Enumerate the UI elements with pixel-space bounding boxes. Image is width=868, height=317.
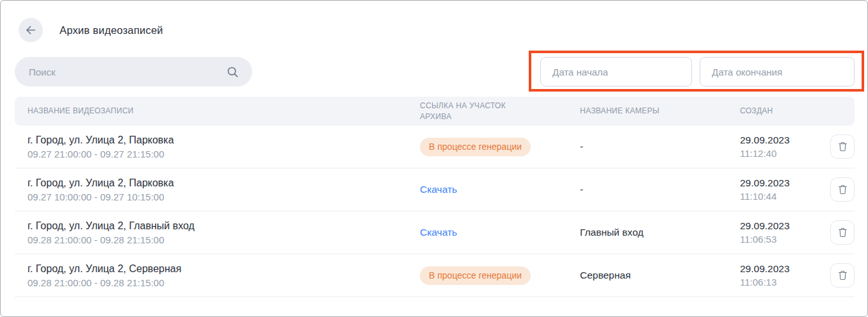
created-date: 29.09.2023: [740, 263, 819, 275]
recording-name-cell: г. Город, ул. Улица 2, Серверная 09.28 2…: [28, 263, 420, 288]
recording-period: 09.27 10:00:00 - 09.27 10:15:00: [28, 191, 420, 202]
trash-icon: [837, 227, 848, 238]
delete-button[interactable]: [830, 177, 855, 202]
delete-button[interactable]: [830, 263, 855, 288]
recording-name-cell: г. Город, ул. Улица 2, Главный вход 09.2…: [28, 220, 420, 245]
recording-period: 09.28 21:00:00 - 09.28 21:15:00: [28, 277, 420, 288]
table-row: г. Город, ул. Улица 2, Парковка 09.27 21…: [15, 126, 855, 168]
actions-cell: [819, 177, 855, 202]
back-button[interactable]: [19, 18, 43, 42]
archive-link-cell: В процессе генерации: [420, 138, 580, 156]
page-title: Архив видеозаписей: [60, 24, 163, 37]
date-end-input[interactable]: [700, 57, 855, 86]
camera-name: -: [580, 141, 740, 152]
trash-icon: [837, 141, 848, 152]
download-link[interactable]: Скачать: [420, 227, 457, 238]
trash-icon: [837, 184, 848, 195]
created-time: 11:06:13: [740, 277, 819, 288]
column-header-camera: НАЗВАНИЕ КАМЕРЫ: [580, 106, 740, 116]
search-field: [15, 57, 252, 86]
column-header-name: НАЗВАНИЕ ВИДЕОЗАПИСИ: [28, 106, 420, 116]
camera-name: Серверная: [580, 270, 740, 281]
column-header-link: ССЫЛКА НА УЧАСТОК АРХИВА: [420, 101, 535, 121]
table-row: г. Город, ул. Улица 2, Главный вход 09.2…: [15, 211, 855, 254]
generation-status-badge: В процессе генерации: [420, 138, 531, 156]
recording-name-cell: г. Город, ул. Улица 2, Парковка 09.27 10…: [28, 177, 420, 202]
back-arrow-icon: [24, 23, 38, 37]
archive-link-cell: В процессе генерации: [420, 266, 580, 285]
table-body: г. Город, ул. Улица 2, Парковка 09.27 21…: [15, 126, 855, 297]
created-time: 11:06:53: [740, 234, 819, 245]
table-header-row: НАЗВАНИЕ ВИДЕОЗАПИСИ ССЫЛКА НА УЧАСТОК А…: [15, 97, 855, 126]
recordings-table: НАЗВАНИЕ ВИДЕОЗАПИСИ ССЫЛКА НА УЧАСТОК А…: [15, 97, 855, 297]
created-date: 29.09.2023: [740, 220, 819, 232]
page-header: Архив видеозаписей: [19, 18, 163, 42]
recording-name: г. Город, ул. Улица 2, Парковка: [28, 177, 420, 189]
created-date: 29.09.2023: [740, 134, 819, 146]
search-input[interactable]: [15, 67, 226, 77]
created-time: 11:12:40: [740, 148, 819, 159]
actions-cell: [819, 263, 855, 288]
recording-name: г. Город, ул. Улица 2, Парковка: [28, 134, 420, 146]
delete-button[interactable]: [830, 134, 855, 159]
table-row: г. Город, ул. Улица 2, Серверная 09.28 2…: [15, 254, 855, 297]
created-date: 29.09.2023: [740, 177, 819, 189]
actions-cell: [819, 220, 855, 245]
download-link[interactable]: Скачать: [420, 184, 457, 195]
delete-button[interactable]: [830, 220, 855, 245]
recording-name: г. Город, ул. Улица 2, Серверная: [28, 263, 420, 275]
column-header-created: СОЗДАН: [740, 106, 819, 116]
table-row: г. Город, ул. Улица 2, Парковка 09.27 10…: [15, 168, 855, 211]
camera-name: Главный вход: [580, 227, 740, 238]
created-time: 11:10:44: [740, 191, 819, 202]
camera-name: -: [580, 184, 740, 195]
trash-icon: [837, 270, 848, 281]
app-window: Архив видеозаписей НАЗВАНИЕ ВИДЕОЗАПИСИ …: [0, 0, 868, 317]
recording-name-cell: г. Город, ул. Улица 2, Парковка 09.27 21…: [28, 134, 420, 159]
created-cell: 29.09.2023 11:06:13: [740, 263, 819, 288]
actions-cell: [819, 134, 855, 159]
recording-period: 09.27 21:00:00 - 09.27 21:15:00: [28, 149, 420, 159]
archive-link-cell: Скачать: [420, 227, 580, 238]
generation-status-badge: В процессе генерации: [420, 266, 531, 285]
recording-name: г. Город, ул. Улица 2, Главный вход: [28, 220, 420, 232]
date-start-input[interactable]: [540, 57, 692, 86]
archive-link-cell: Скачать: [420, 184, 580, 195]
recording-period: 09.28 21:00:00 - 09.28 21:15:00: [28, 234, 420, 245]
created-cell: 29.09.2023 11:06:53: [740, 220, 819, 245]
search-icon[interactable]: [226, 65, 252, 79]
created-cell: 29.09.2023 11:10:44: [740, 177, 819, 202]
created-cell: 29.09.2023 11:12:40: [740, 134, 819, 159]
